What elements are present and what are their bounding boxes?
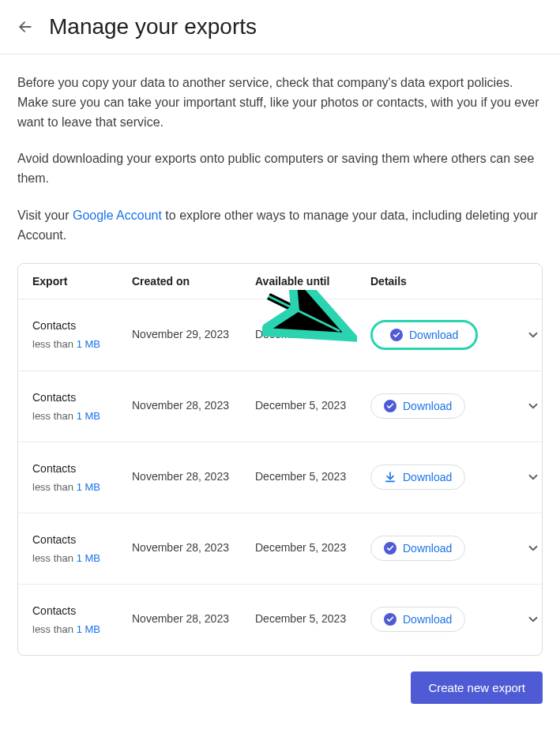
chevron-down-icon [526,470,540,484]
back-arrow-icon[interactable] [16,17,35,36]
content-area: Before you copy your data to another ser… [0,55,560,728]
export-size: less than 1 MB [32,338,127,350]
download-button[interactable]: Download [370,607,465,632]
export-name: Contacts [32,533,127,546]
export-size: less than 1 MB [32,481,127,493]
expand-row-button[interactable] [517,541,543,555]
export-size: less than 1 MB [32,623,127,635]
export-cell: Contactsless than 1 MB [32,391,127,422]
expand-row-button[interactable] [517,399,543,413]
create-new-export-button[interactable]: Create new export [411,671,543,704]
col-header-export: Export [32,275,127,288]
available-until: December 5, 2023 [255,540,366,556]
export-cell: Contactsless than 1 MB [32,533,127,564]
details-cell: Download [370,465,513,490]
check-circle-icon [390,329,403,341]
created-on: November 28, 2023 [132,611,250,627]
details-cell: Download [370,393,513,419]
download-label: Download [403,471,452,483]
intro-paragraph-2: Avoid downloading your exports onto publ… [17,149,543,189]
available-until: December 5, 2023 [255,398,366,414]
created-on: November 29, 2023 [132,327,250,343]
download-label: Download [409,329,458,341]
export-name: Contacts [32,604,127,617]
export-cell: Contactsless than 1 MB [32,462,127,493]
expand-row-button[interactable] [517,328,543,342]
chevron-down-icon [526,612,540,626]
details-cell: Download [370,320,513,350]
col-header-details: Details [370,275,513,288]
download-button[interactable]: Download [370,320,478,350]
export-cell: Contactsless than 1 MB [32,319,127,350]
chevron-down-icon [526,541,540,555]
download-label: Download [403,542,452,555]
table-row: Contactsless than 1 MBNovember 28, 2023D… [18,513,542,584]
export-cell: Contactsless than 1 MB [32,604,127,635]
available-until: December 5, 2023 [255,611,366,627]
intro-p3-pre: Visit your [17,209,73,222]
page-title: Manage your exports [49,14,257,39]
download-button[interactable]: Download [370,536,465,561]
download-button[interactable]: Download [370,393,465,419]
google-account-link[interactable]: Google Account [73,209,162,222]
table-row: Contactsless than 1 MBNovember 28, 2023D… [18,370,542,442]
details-cell: Download [370,607,513,632]
export-name: Contacts [32,319,127,332]
intro-paragraph-3: Visit your Google Account to explore oth… [17,206,543,246]
export-name: Contacts [32,391,127,404]
download-label: Download [403,613,452,626]
table-header-row: Export Created on Available until Detail… [18,264,542,299]
expand-row-button[interactable] [517,612,543,626]
created-on: November 28, 2023 [132,398,250,414]
created-on: November 28, 2023 [132,540,250,556]
details-cell: Download [370,536,513,561]
check-circle-icon [384,542,397,555]
table-row: Contactsless than 1 MBNovember 29, 2023D… [18,299,542,370]
created-on: November 28, 2023 [132,469,250,485]
check-circle-icon [384,613,397,626]
intro-paragraph-1: Before you copy your data to another ser… [17,73,543,132]
page-header: Manage your exports [0,0,560,55]
export-size: less than 1 MB [32,552,127,564]
col-header-until: Available until [255,275,366,288]
check-circle-icon [384,400,397,412]
export-size: less than 1 MB [32,410,127,422]
download-icon [384,471,397,483]
download-label: Download [403,400,452,412]
available-until: December 5, 2023 [255,469,366,485]
table-row: Contactsless than 1 MBNovember 28, 2023D… [18,442,542,513]
available-until: December 6, 2023 [255,327,366,343]
exports-table: Export Created on Available until Detail… [17,263,543,656]
expand-row-button[interactable] [517,470,543,484]
col-header-created: Created on [132,275,250,288]
download-button[interactable]: Download [370,465,465,490]
footer-actions: Create new export [17,671,543,704]
table-row: Contactsless than 1 MBNovember 28, 2023D… [18,584,542,655]
chevron-down-icon [526,399,540,413]
chevron-down-icon [526,328,540,342]
export-name: Contacts [32,462,127,475]
